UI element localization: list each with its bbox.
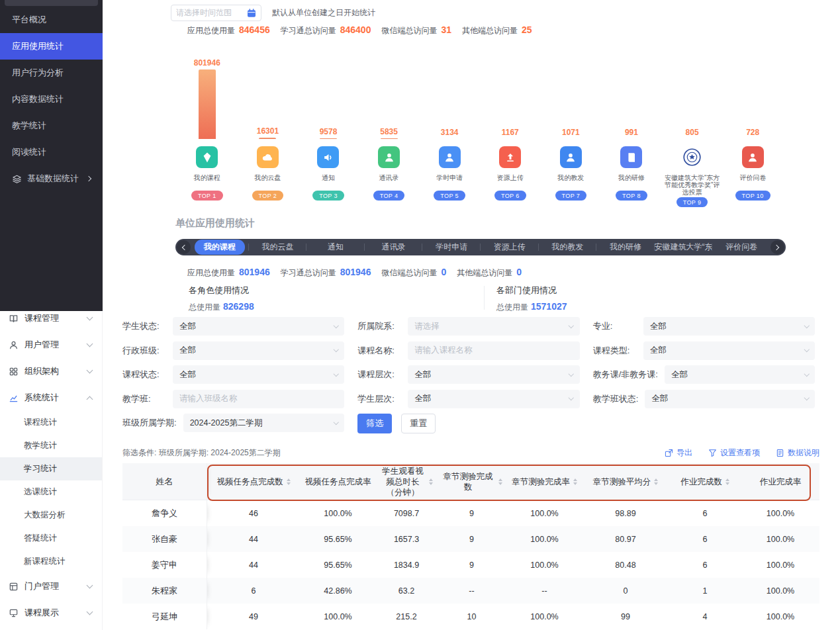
top-badge: TOP 4 bbox=[373, 191, 405, 201]
sidebar-subitem[interactable]: 课程统计 bbox=[0, 411, 102, 434]
filter-select[interactable]: 全部 bbox=[173, 365, 344, 384]
tab-item[interactable]: 安徽建筑大学“东 bbox=[655, 239, 713, 255]
role-usage-total: 总使用量826298 bbox=[189, 301, 484, 313]
sidebar-item[interactable]: 用户管理 bbox=[0, 332, 102, 358]
tab-item[interactable]: 评价问卷 bbox=[712, 239, 770, 255]
action-label: 数据说明 bbox=[788, 447, 819, 459]
reset-button[interactable]: 重置 bbox=[401, 414, 436, 433]
filter-field: 学生状态:全部 bbox=[122, 317, 344, 336]
column-header[interactable]: 视频任务点完成数 bbox=[207, 463, 300, 500]
filter-field: 专业:全部 bbox=[593, 317, 815, 336]
sort-icons[interactable] bbox=[498, 478, 502, 485]
sidebar-item[interactable]: 门户管理 bbox=[0, 573, 102, 600]
overview-stat: 应用总使用量846456 bbox=[187, 24, 270, 36]
filter-select[interactable]: 全部 bbox=[173, 317, 344, 336]
sidebar-subitem[interactable]: 选课统计 bbox=[0, 480, 102, 504]
flyout-menu-item[interactable]: 平台概况 bbox=[0, 7, 103, 33]
chart-value-label: 805 bbox=[686, 128, 699, 137]
document-icon bbox=[776, 449, 784, 457]
sidebar-submenu: 课程统计教学统计学习统计选课统计大数据分析答疑统计新课程统计 bbox=[0, 411, 102, 573]
tab-item[interactable]: 我的教发 bbox=[539, 239, 597, 255]
app-icon-upload bbox=[499, 146, 521, 168]
sidebar-item[interactable]: 组织架构 bbox=[0, 358, 102, 384]
chart-bar bbox=[381, 138, 398, 140]
sidebar-subitem[interactable]: 教学统计 bbox=[0, 434, 102, 457]
app-icon-cloud bbox=[257, 146, 279, 168]
tab-item[interactable]: 资源上传 bbox=[481, 239, 539, 255]
student-name-cell: 张自豪 bbox=[122, 526, 207, 552]
role-usage-label: 总使用量 bbox=[189, 302, 220, 312]
tab-item[interactable]: 我的课程 bbox=[191, 239, 249, 255]
dept-usage-value: 1571027 bbox=[531, 301, 567, 312]
sidebar-subitem[interactable]: 学习统计 bbox=[0, 457, 102, 480]
sidebar-subitem[interactable]: 大数据分析 bbox=[0, 504, 102, 527]
filter-select[interactable]: 全部 bbox=[665, 365, 815, 384]
chart-column: 805安徽建筑大学“东方节能优秀教学奖”评选投票TOP 9 bbox=[662, 58, 723, 207]
data-notes-button[interactable]: 数据说明 bbox=[776, 447, 819, 459]
sidebar-item[interactable]: 课程展示 bbox=[0, 600, 102, 626]
sort-icons[interactable] bbox=[429, 478, 433, 485]
filter-input[interactable]: 请输入班级名称 bbox=[173, 390, 344, 408]
filter-value: 请选择 bbox=[414, 321, 440, 332]
sort-icons[interactable] bbox=[287, 478, 291, 485]
flyout-menu-item[interactable]: 应用使用统计 bbox=[0, 33, 103, 60]
sidebar-subitem[interactable]: 新课程统计 bbox=[0, 550, 102, 573]
filter-select[interactable]: 请选择 bbox=[408, 317, 579, 336]
column-header[interactable]: 章节测验平均分 bbox=[583, 463, 669, 500]
flyout-menu-item[interactable]: 用户行为分析 bbox=[0, 60, 103, 86]
filter-select[interactable]: 全部 bbox=[645, 390, 815, 408]
sidebar-item-label: 课程管理 bbox=[24, 312, 59, 324]
filter-select[interactable]: 全部 bbox=[408, 390, 579, 408]
sidebar-item[interactable]: 系统统计 bbox=[0, 384, 102, 411]
tab-scroll-left-button[interactable] bbox=[177, 240, 191, 254]
chevron-down-icon bbox=[804, 371, 809, 377]
sidebar-subitem[interactable]: 答疑统计 bbox=[0, 527, 102, 550]
chevron-down-icon bbox=[334, 323, 339, 328]
column-header[interactable]: 作业完成数 bbox=[669, 463, 741, 500]
sort-icons[interactable] bbox=[654, 478, 658, 485]
tab-item[interactable]: 学时申请 bbox=[422, 239, 481, 255]
overview-stat: 学习通总访问量846400 bbox=[281, 24, 371, 36]
table-actions: 导出设置查看项数据说明 bbox=[665, 447, 819, 459]
filter-label: 学生层次: bbox=[357, 393, 401, 405]
view-settings-button[interactable]: 设置查看项 bbox=[708, 447, 760, 459]
table-cell: 44 bbox=[207, 552, 300, 578]
filter-select[interactable]: 全部 bbox=[643, 317, 815, 336]
tab-item[interactable]: 我的研修 bbox=[596, 239, 655, 255]
export-icon bbox=[665, 449, 673, 457]
chart-column: 801946我的课程TOP 1 bbox=[177, 58, 238, 207]
main-content: 请选择时间范围 默认从单位创建之日开始统计 应用总使用量846456学习通总访问… bbox=[103, 0, 840, 630]
sort-icons[interactable] bbox=[573, 478, 577, 485]
column-header[interactable]: 章节测验完成率 bbox=[506, 463, 583, 500]
sidebar-item-label: 门户管理 bbox=[24, 580, 59, 592]
filter-field: 课程类型:全部 bbox=[593, 341, 815, 360]
tab-scroll-right-button[interactable] bbox=[770, 240, 784, 254]
chevron-right-icon bbox=[774, 244, 779, 249]
table-cell: 80.97 bbox=[583, 526, 669, 552]
filter-select[interactable]: 全部 bbox=[408, 365, 579, 384]
column-header[interactable]: 学生观看视频总时长（分钟） bbox=[376, 463, 437, 500]
table-cell: -- bbox=[437, 578, 506, 604]
filter-button[interactable]: 筛选 bbox=[357, 414, 392, 433]
chart-category-label: 我的云盘 bbox=[254, 174, 281, 189]
app-icon-person bbox=[742, 146, 764, 168]
filter-select[interactable]: 全部 bbox=[173, 341, 344, 360]
flyout-menu-item[interactable]: 内容数据统计 bbox=[0, 86, 103, 112]
flyout-menu-item[interactable]: 阅读统计 bbox=[0, 139, 103, 165]
flyout-menu-item[interactable]: 教学统计 bbox=[0, 112, 103, 139]
column-header[interactable]: 章节测验完成数 bbox=[437, 463, 506, 500]
filter-label: 教学班状态: bbox=[593, 393, 639, 405]
table-cell: 0 bbox=[583, 578, 669, 604]
filter-select[interactable]: 2024-2025第二学期 bbox=[183, 414, 345, 432]
tab-item[interactable]: 通知 bbox=[306, 239, 365, 255]
chart-column: 991我的研修TOP 8 bbox=[601, 58, 662, 207]
filter-select[interactable]: 全部 bbox=[643, 341, 815, 360]
filter-input[interactable]: 请输入课程名称 bbox=[408, 341, 579, 360]
filter-field: 教务课/非教务课:全部 bbox=[593, 365, 815, 384]
flyout-menu-item[interactable]: 基础数据统计 bbox=[0, 165, 103, 192]
tab-item[interactable]: 通讯录 bbox=[365, 239, 423, 255]
export-button[interactable]: 导出 bbox=[665, 447, 692, 459]
date-range-input[interactable]: 请选择时间范围 bbox=[171, 5, 261, 21]
tab-item[interactable]: 我的云盘 bbox=[249, 239, 307, 255]
sort-icons[interactable] bbox=[725, 478, 729, 485]
